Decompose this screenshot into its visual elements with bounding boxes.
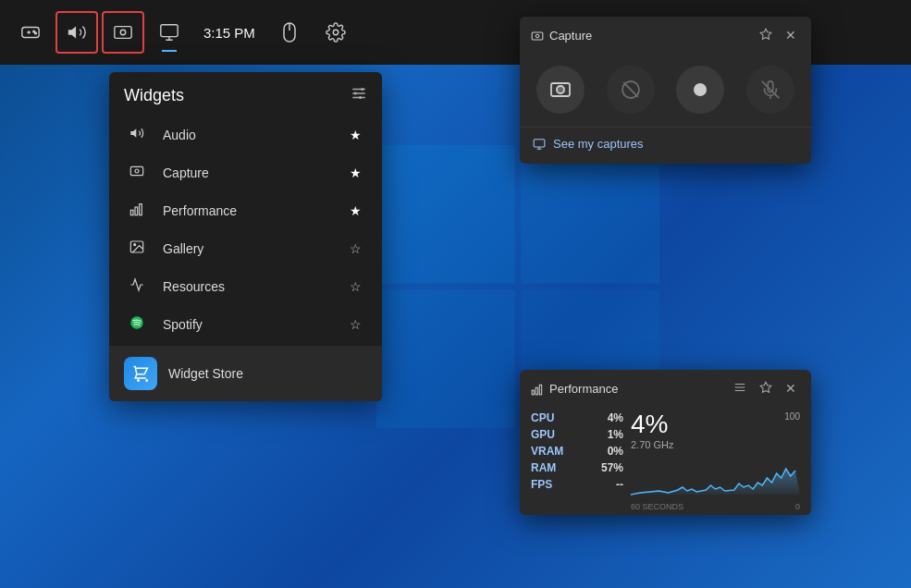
capture-buttons-row xyxy=(520,53,811,127)
svg-rect-24 xyxy=(140,204,142,215)
performance-frequency: 2.70 GHz xyxy=(631,439,673,450)
controller-taskbar-icon[interactable] xyxy=(9,11,52,54)
svg-point-17 xyxy=(354,92,357,95)
widget-item-spotify[interactable]: Spotify ☆ xyxy=(115,306,376,342)
capture-popup-icon xyxy=(531,30,544,43)
performance-pin-btn[interactable] xyxy=(756,379,776,398)
widget-gallery-label: Gallery xyxy=(163,241,350,256)
widget-item-performance[interactable]: Performance ★ xyxy=(115,192,376,228)
widget-resources-star[interactable]: ☆ xyxy=(350,279,362,294)
vram-stat-key: VRAM xyxy=(531,445,563,458)
capture-popup-title: Capture xyxy=(549,29,592,43)
widget-resources-label: Resources xyxy=(163,279,350,294)
resources-widget-icon xyxy=(129,277,152,295)
widgets-panel: Widgets Audio ★ xyxy=(109,72,382,401)
capture-close-btn[interactable]: ✕ xyxy=(782,26,800,45)
svg-point-16 xyxy=(361,88,363,91)
performance-popup-title: Performance xyxy=(549,382,618,396)
widget-item-gallery[interactable]: Gallery ☆ xyxy=(115,230,376,266)
ram-stat-value: 57% xyxy=(601,461,623,474)
display-taskbar-icon[interactable] xyxy=(148,11,191,54)
performance-chart-footer: 60 SECONDS 0 xyxy=(631,502,800,511)
widget-capture-label: Capture xyxy=(163,165,350,180)
audio-widget-icon xyxy=(129,126,152,143)
widget-store-icon xyxy=(124,357,157,390)
ram-stat-row: RAM 57% xyxy=(531,461,623,474)
performance-close-btn[interactable]: ✕ xyxy=(782,379,800,398)
see-captures-label: See my captures xyxy=(553,137,644,151)
svg-rect-8 xyxy=(115,27,131,39)
svg-rect-30 xyxy=(532,31,543,39)
svg-point-31 xyxy=(536,34,539,38)
performance-big-percent: 4% xyxy=(631,411,673,437)
cpu-stat-key: CPU xyxy=(531,411,554,424)
svg-point-9 xyxy=(120,30,126,35)
ram-stat-key: RAM xyxy=(531,461,556,474)
see-captures-link[interactable]: See my captures xyxy=(520,127,811,164)
svg-rect-42 xyxy=(539,385,541,395)
performance-chart-area: 4% 2.70 GHz 100 60 SECONDS 0 xyxy=(631,411,800,511)
gpu-stat-value: 1% xyxy=(608,428,623,441)
svg-rect-40 xyxy=(532,390,534,395)
svg-rect-10 xyxy=(161,25,178,37)
widget-store-item[interactable]: Widget Store xyxy=(109,346,382,401)
widgets-header: Widgets xyxy=(109,72,382,115)
widget-item-resources[interactable]: Resources ☆ xyxy=(115,268,376,304)
spotify-widget-icon xyxy=(129,315,152,333)
svg-point-12 xyxy=(333,30,339,35)
svg-rect-1 xyxy=(521,145,659,284)
widget-gallery-star[interactable]: ☆ xyxy=(350,241,362,256)
svg-marker-7 xyxy=(68,27,76,39)
svg-rect-41 xyxy=(536,387,537,395)
capture-popup-controls: ✕ xyxy=(756,26,800,45)
svg-point-34 xyxy=(557,86,564,93)
svg-point-5 xyxy=(33,31,35,32)
record-button[interactable] xyxy=(676,66,724,114)
widgets-settings-icon[interactable] xyxy=(351,85,367,105)
cpu-stat-row: CPU 4% xyxy=(531,411,623,424)
svg-point-29 xyxy=(146,380,148,382)
performance-chart-time-label: 60 SECONDS xyxy=(631,502,683,511)
capture-widget-icon xyxy=(129,164,152,181)
performance-chart-zero-label: 0 xyxy=(795,502,800,511)
svg-marker-19 xyxy=(130,129,136,137)
performance-title-row: Performance xyxy=(531,382,618,396)
svg-rect-22 xyxy=(130,210,133,214)
widget-performance-star[interactable]: ★ xyxy=(350,203,362,218)
svg-point-26 xyxy=(134,244,136,246)
mouse-taskbar-icon[interactable] xyxy=(268,11,311,54)
performance-popup-icon xyxy=(531,383,544,396)
see-captures-icon xyxy=(533,138,546,151)
gpu-stat-row: GPU 1% xyxy=(531,428,623,441)
performance-popup: Performance ✕ CPU 4% xyxy=(520,370,811,515)
widget-audio-star[interactable]: ★ xyxy=(350,128,362,142)
performance-stats: CPU 4% GPU 1% VRAM 0% RAM 57% FPS -- xyxy=(531,411,623,511)
widgets-title: Widgets xyxy=(124,86,184,105)
svg-rect-23 xyxy=(135,207,138,215)
svg-point-21 xyxy=(135,169,139,173)
widget-spotify-star[interactable]: ☆ xyxy=(350,317,362,332)
widget-spotify-label: Spotify xyxy=(163,317,350,332)
widget-item-audio[interactable]: Audio ★ xyxy=(115,116,376,153)
performance-popup-controls: ✕ xyxy=(730,379,800,398)
settings-taskbar-icon[interactable] xyxy=(314,11,357,54)
capture-taskbar-icon[interactable] xyxy=(102,11,144,54)
widget-item-capture[interactable]: Capture ★ xyxy=(115,154,376,190)
performance-settings-btn[interactable] xyxy=(730,379,750,398)
mic-mute-button[interactable] xyxy=(746,66,794,114)
widget-capture-star[interactable]: ★ xyxy=(350,165,362,180)
vram-stat-value: 0% xyxy=(608,445,623,458)
svg-point-6 xyxy=(35,32,37,34)
widget-performance-label: Performance xyxy=(163,203,350,218)
audio-taskbar-icon[interactable] xyxy=(55,11,98,54)
svg-rect-20 xyxy=(130,166,142,175)
gpu-stat-key: GPU xyxy=(531,428,555,441)
performance-widget-icon xyxy=(129,202,152,219)
performance-chart-top: 100 xyxy=(784,411,800,422)
record-off-button[interactable] xyxy=(607,66,655,114)
gallery-widget-icon xyxy=(129,239,152,257)
screenshot-button[interactable] xyxy=(536,66,585,114)
capture-pin-btn[interactable] xyxy=(756,26,776,45)
capture-popup: Capture ✕ xyxy=(520,17,811,164)
performance-body: CPU 4% GPU 1% VRAM 0% RAM 57% FPS -- xyxy=(520,406,811,515)
